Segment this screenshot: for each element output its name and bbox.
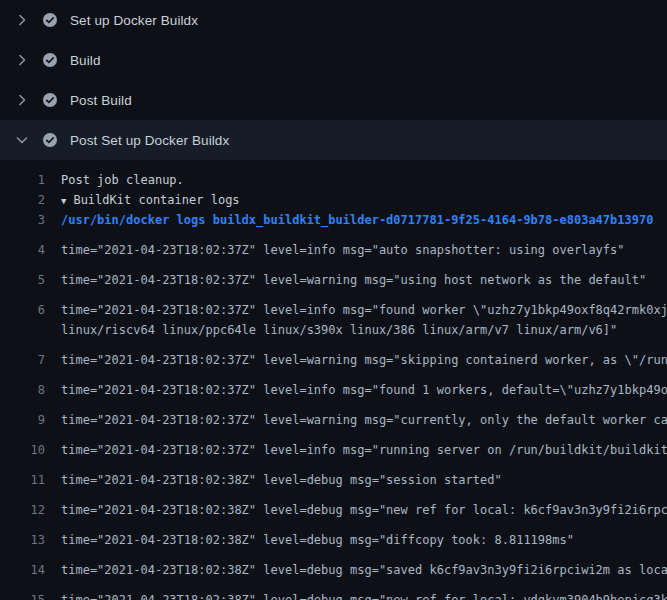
log-text: time="2021-04-23T18:02:38Z" level=debug … [61, 530, 574, 550]
log-text: time="2021-04-23T18:02:37Z" level=info m… [61, 240, 625, 260]
log-line: 10time="2021-04-23T18:02:37Z" level=info… [0, 430, 667, 460]
line-number[interactable]: 14 [0, 560, 45, 580]
log-line: linux/riscv64 linux/ppc64le linux/s390x … [0, 320, 667, 340]
step-title: Post Set up Docker Buildx [70, 133, 229, 148]
log-line: 6time="2021-04-23T18:02:37Z" level=info … [0, 290, 667, 320]
line-number[interactable]: 3 [0, 210, 45, 230]
log-text: time="2021-04-23T18:02:37Z" level=info m… [61, 380, 667, 400]
line-number[interactable]: 9 [0, 410, 45, 430]
log-line: 13time="2021-04-23T18:02:38Z" level=debu… [0, 520, 667, 550]
log-line: 15time="2021-04-23T18:02:38Z" level=debu… [0, 580, 667, 600]
log-text: time="2021-04-23T18:02:37Z" level=warnin… [61, 410, 667, 430]
step-header-post-set-up-docker-buildx[interactable]: Post Set up Docker Buildx [0, 120, 667, 160]
step-header-set-up-docker-buildx[interactable]: Set up Docker Buildx [0, 0, 667, 40]
line-number[interactable]: 1 [0, 170, 45, 190]
line-number[interactable]: 2 [0, 190, 45, 210]
log-text: time="2021-04-23T18:02:37Z" level=info m… [61, 440, 667, 460]
log-line: 12time="2021-04-23T18:02:38Z" level=debu… [0, 490, 667, 520]
log-line: 9time="2021-04-23T18:02:37Z" level=warni… [0, 400, 667, 430]
line-number[interactable]: 7 [0, 350, 45, 370]
log-group-toggle[interactable]: ▼BuildKit container logs [61, 190, 240, 210]
success-check-icon [42, 132, 58, 148]
log-lines: 1Post job cleanup.2▼BuildKit container l… [0, 160, 667, 600]
workflow-steps-panel: Set up Docker Buildx Build Post Build Po… [0, 0, 667, 600]
log-command-text: /usr/bin/docker logs buildx_buildkit_bui… [61, 210, 653, 230]
log-text: time="2021-04-23T18:02:38Z" level=debug … [61, 500, 667, 520]
log-text: time="2021-04-23T18:02:38Z" level=debug … [61, 590, 667, 600]
log-text: time="2021-04-23T18:02:37Z" level=warnin… [61, 270, 646, 290]
success-check-icon [42, 92, 58, 108]
log-line: 7time="2021-04-23T18:02:37Z" level=warni… [0, 340, 667, 370]
log-line: 3/usr/bin/docker logs buildx_buildkit_bu… [0, 210, 667, 230]
log-line: 14time="2021-04-23T18:02:38Z" level=debu… [0, 550, 667, 580]
step-title: Set up Docker Buildx [70, 13, 198, 28]
step-title: Post Build [70, 93, 132, 108]
line-number[interactable]: 6 [0, 300, 45, 320]
line-number[interactable]: 10 [0, 440, 45, 460]
log-text: Post job cleanup. [61, 170, 184, 190]
log-text: time="2021-04-23T18:02:38Z" level=debug … [61, 560, 667, 580]
line-number[interactable]: 13 [0, 530, 45, 550]
group-expanded-triangle-icon: ▼ [61, 191, 66, 210]
line-number[interactable]: 5 [0, 270, 45, 290]
line-number[interactable]: 4 [0, 240, 45, 260]
step-title: Build [70, 53, 101, 68]
log-line: 5time="2021-04-23T18:02:37Z" level=warni… [0, 260, 667, 290]
log-line: 2▼BuildKit container logs [0, 190, 667, 210]
line-number[interactable]: 8 [0, 380, 45, 400]
log-text: time="2021-04-23T18:02:38Z" level=debug … [61, 470, 502, 490]
chevron-down-icon [14, 132, 30, 148]
success-check-icon [42, 52, 58, 68]
log-line: 8time="2021-04-23T18:02:37Z" level=info … [0, 370, 667, 400]
log-group-label: BuildKit container logs [73, 193, 239, 207]
chevron-right-icon [14, 12, 30, 28]
step-header-build[interactable]: Build [0, 40, 667, 80]
log-text: time="2021-04-23T18:02:37Z" level=info m… [61, 300, 667, 320]
line-number[interactable]: 12 [0, 500, 45, 520]
chevron-right-icon [14, 92, 30, 108]
step-header-post-build[interactable]: Post Build [0, 80, 667, 120]
log-line: 4time="2021-04-23T18:02:37Z" level=info … [0, 230, 667, 260]
log-line: 1Post job cleanup. [0, 170, 667, 190]
success-check-icon [42, 12, 58, 28]
line-number[interactable]: 15 [0, 590, 45, 600]
line-number [0, 320, 45, 340]
log-text: linux/riscv64 linux/ppc64le linux/s390x … [61, 320, 617, 340]
chevron-right-icon [14, 52, 30, 68]
log-line: 11time="2021-04-23T18:02:38Z" level=debu… [0, 460, 667, 490]
line-number[interactable]: 11 [0, 470, 45, 490]
log-text: time="2021-04-23T18:02:37Z" level=warnin… [61, 350, 667, 370]
